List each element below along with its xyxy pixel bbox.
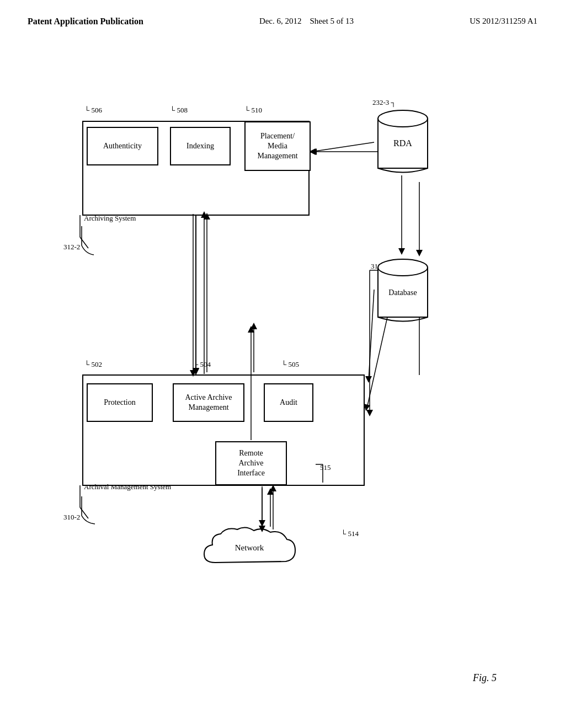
ref-515: 515 [320,463,331,472]
authenticity-box: Authenticity [87,127,158,165]
diagram: Archiving System └ 506 └ 508 └ 510 232-3… [33,66,530,700]
svg-point-30 [378,110,428,127]
svg-marker-12 [250,323,257,329]
ref-506: └ 506 [84,106,102,115]
svg-line-28 [80,507,88,518]
active-archive-box: Active Archive Management [173,383,244,422]
indexing-box: Indexing [170,127,231,165]
svg-point-33 [378,259,428,276]
svg-marker-20 [366,410,373,416]
svg-text:Network: Network [235,543,264,552]
figure-label: Fig. 5 [473,672,497,684]
ref-514: └ 514 [341,529,359,538]
rda-cylinder: RDA [375,105,430,176]
ref-508: └ 508 [170,106,188,115]
ref-502: └ 502 [84,360,102,369]
svg-text:RDA: RDA [393,138,412,148]
ref-504: └ 504 [193,360,211,369]
ref-505: └ 505 [281,360,299,369]
svg-marker-17 [267,488,274,495]
audit-box: Audit [264,383,313,422]
archival-management-system-label: Archival Management System [84,483,171,491]
publication-date: Dec. 6, 2012 Sheet 5 of 13 [259,17,354,26]
protection-box: Protection [87,383,153,422]
ref-312-2: 312-2 [63,243,80,251]
publication-title: Patent Application Publication [28,17,143,26]
patent-number: US 2012/311259 A1 [470,17,537,26]
ref-510: └ 510 [244,106,262,115]
database-cylinder: Database [375,254,430,325]
svg-text:Database: Database [388,288,417,297]
placement-media-box: Placement/ Media Management [244,121,311,171]
ref-310-2: 310-2 [63,513,80,522]
svg-line-26 [80,237,88,248]
remote-archive-box: Remote Archive Interface [215,441,287,485]
archiving-system-label: Archiving System [84,214,136,223]
network-cloud: Network [199,524,309,581]
page-header: Patent Application Publication Dec. 6, 2… [0,0,565,26]
